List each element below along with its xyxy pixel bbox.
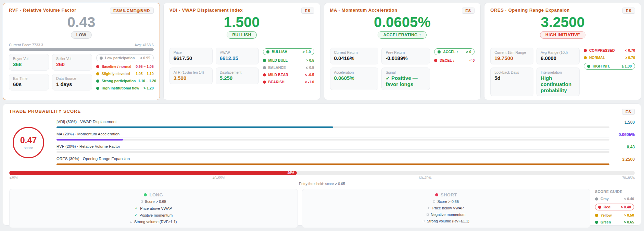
- gauge-tick-label: 70–85%: [622, 176, 635, 180]
- field-box: Seller Vol260: [52, 54, 92, 71]
- score-component-row: |VDI| (30%) · VWAP Displacement1.500: [56, 120, 635, 128]
- card-legend: Low participation< 0.95Baseline / normal…: [96, 54, 154, 90]
- unchecked-box-icon: [428, 207, 430, 209]
- legend-value: ≥ 0.70: [625, 56, 635, 60]
- score-guide: SCORE GUIDEGray≤ 0.40Red> 0.40Yellow> 0.…: [594, 189, 635, 228]
- legend-item: Baseline / normal0.95 – 1.05: [96, 64, 154, 69]
- card-body: Buyer Vol368Seller Vol260Bar Time60sData…: [9, 54, 154, 90]
- legend-label: HIGH INIT.: [593, 64, 619, 68]
- field-value: 5.250: [220, 75, 255, 81]
- legend-label: MILD BEAR: [268, 73, 303, 77]
- card-header: MA · Momentum AccelerationES: [330, 8, 475, 14]
- card-header: VDI · VWAP Displacement IndexES: [169, 8, 314, 14]
- legend-item-active: ACCEL ↑> 0: [434, 48, 475, 55]
- field-box: Data Source1 days: [52, 74, 92, 90]
- condition-text: Strong volume (RVF≥1.1): [427, 219, 469, 223]
- instrument-badge[interactable]: ES: [622, 8, 635, 14]
- legend-dot-icon: [263, 59, 266, 62]
- legend-item: COMPRESSED< 0.70: [584, 48, 635, 52]
- field-value: 5d: [494, 75, 529, 81]
- field-value: 0.0416%: [334, 55, 375, 61]
- card-title: VDI · VWAP Displacement Index: [169, 8, 243, 13]
- unchecked-box-icon: [427, 214, 429, 216]
- score-value: 0.47: [20, 135, 37, 145]
- legend-label: Slightly elevated: [102, 72, 133, 76]
- score-gauge-ticks: <35%40–55%60–70%70–85%: [9, 176, 635, 181]
- legend-dot-icon: [584, 49, 587, 52]
- field-label: Seller Vol: [56, 57, 88, 61]
- score-circle: 0.47 score: [13, 127, 44, 158]
- legend-dot-icon: [96, 65, 99, 68]
- legend-label: DECEL ↓: [440, 58, 467, 62]
- card-state-pill: ACCELERATING ↑: [378, 31, 427, 39]
- field-label: Signal: [386, 70, 426, 74]
- unchecked-box-icon: [423, 220, 425, 222]
- gauge-tick-label: <35%: [9, 176, 18, 180]
- legend-dot-icon: [598, 206, 601, 209]
- field-value: 6617.50: [174, 55, 209, 61]
- score-guide-title: SCORE GUIDE: [595, 190, 634, 194]
- short-panel-dot-icon: [435, 193, 438, 196]
- card-fields: Current Return0.0416%Prev Return-0.0189%…: [330, 48, 430, 90]
- card-legend: BULLISH> 1.0MILD BULL> 0.5BALANCE≤ 0.5MI…: [263, 48, 314, 84]
- legend-dot-icon: [96, 80, 99, 83]
- condition-text: Price above VWAP: [140, 206, 172, 210]
- condition-item: ✓Positive momentum: [13, 213, 294, 217]
- score-component-row: MA (20%) · Momentum Acceleration0.0605%: [56, 132, 635, 141]
- instrument-badge[interactable]: ES: [301, 8, 314, 14]
- condition-text: Price below VWAP: [432, 206, 464, 210]
- field-label: Current Return: [334, 50, 375, 54]
- legend-label: Strong participation: [102, 79, 136, 83]
- condition-item: Score > 0.65: [13, 199, 294, 204]
- instrument-badge[interactable]: ESM6.CME@BMD: [110, 8, 154, 14]
- legend-value: ≥ 1.30: [622, 64, 632, 68]
- field-box: Prev Return-0.0189%: [381, 48, 430, 64]
- field-label: Prev Return: [386, 50, 426, 54]
- legend-label: BULLISH: [272, 50, 300, 54]
- field-box: Signal✓ Positive — favor longs: [381, 68, 430, 90]
- card-state-pill: LOW: [71, 31, 92, 39]
- legend-dot-icon: [263, 66, 266, 69]
- signal-panels-row: LONGScore > 0.65✓Price above VWAP✓Positi…: [9, 189, 635, 228]
- card-title: MA · Momentum Acceleration: [330, 8, 397, 13]
- condition-text: Score > 0.65: [437, 199, 459, 204]
- field-box: Displacement5.250: [216, 68, 259, 84]
- field-value: 6.0000: [541, 55, 576, 61]
- legend-value: < 0: [469, 58, 475, 62]
- field-label: Acceleration: [334, 70, 375, 74]
- side-panel-header: SHORT: [306, 192, 587, 197]
- legend-item: MILD BULL> 0.5: [263, 58, 314, 62]
- legend-item: Green> 0.65: [595, 220, 634, 224]
- legend-value: > 0.50: [624, 213, 634, 217]
- instrument-badge[interactable]: ES: [462, 8, 475, 14]
- condition-item: Strong volume (RVF≥1.1): [306, 219, 587, 223]
- legend-value: < -1.0: [305, 80, 314, 84]
- legend-item: DECEL ↓< 0: [434, 58, 475, 62]
- component-bar-fill: [56, 139, 123, 141]
- card-main-value: 3.2500: [490, 14, 635, 30]
- legend-label: ACCEL ↑: [443, 50, 464, 54]
- field-value: 3.500: [174, 75, 209, 81]
- legend-dot-icon: [266, 50, 269, 53]
- field-box: Price6617.50: [169, 48, 213, 64]
- component-value: 0.43: [614, 145, 635, 149]
- legend-item: NORMAL≥ 0.70: [584, 56, 635, 60]
- legend-value: > 0.65: [624, 220, 634, 224]
- legend-item: High institutional flow> 1.20: [96, 86, 154, 90]
- legend-value: > 1.0: [303, 50, 311, 54]
- legend-dot-icon: [434, 59, 437, 62]
- legend-dot-icon: [438, 50, 441, 53]
- panel-instrument-badge[interactable]: ES: [622, 109, 635, 115]
- legend-dot-icon: [595, 214, 598, 217]
- card-main-value: 0.43: [9, 14, 154, 30]
- card-title: ORES · Opening Range Expansion: [490, 8, 570, 13]
- legend-item-active: Low participation< 0.95: [96, 54, 154, 61]
- condition-text: Strong volume (RVF≥1.1): [134, 220, 177, 224]
- field-box: Current Return0.0416%: [330, 48, 379, 64]
- legend-label: BALANCE: [268, 65, 304, 70]
- field-label: Displacement: [220, 70, 255, 74]
- legend-value: > 1.20: [143, 86, 154, 90]
- legend-label: Baseline / normal: [102, 64, 133, 69]
- legend-item: Yellow> 0.50: [595, 213, 634, 217]
- unchecked-box-icon: [130, 221, 132, 223]
